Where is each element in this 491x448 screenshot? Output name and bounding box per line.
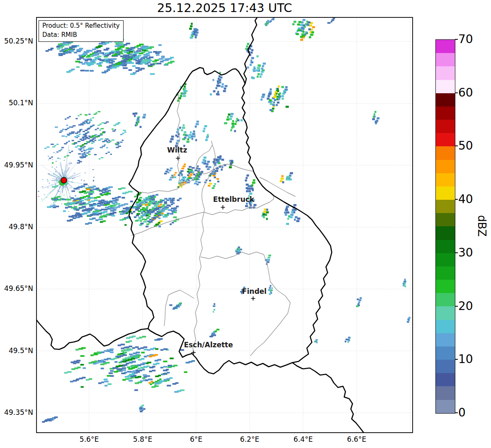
- colorbar-tick-label: 70: [458, 34, 473, 45]
- colorbar-segment: [436, 146, 455, 160]
- colorbar-segment: [436, 120, 455, 133]
- colorbar-tick-label: 30: [458, 247, 473, 259]
- colorbar-tick-mark: [455, 412, 458, 413]
- district-border: [164, 290, 194, 326]
- colorbar-segment: [436, 133, 455, 146]
- colorbar-tick-mark: [455, 306, 458, 307]
- colorbar-tick-mark: [455, 39, 458, 40]
- colorbar-segment: [436, 253, 455, 266]
- colorbar-segment: [436, 93, 455, 107]
- district-border: [201, 252, 270, 282]
- colorbar-segment: [436, 213, 455, 226]
- colorbar-tick-mark: [455, 92, 458, 93]
- colorbar-segment: [436, 40, 455, 53]
- y-tick-label: 50.1°N: [0, 99, 33, 107]
- product-info-box: Product: 0.5° Reflectivity Data: RMIB: [39, 20, 124, 42]
- x-tick-label: 6.6°E: [338, 435, 375, 443]
- x-tick-label: 5.6°E: [70, 435, 108, 443]
- colorbar-segment: [436, 53, 455, 66]
- colorbar-segment: [436, 173, 455, 186]
- colorbar-tick-mark: [455, 145, 458, 146]
- colorbar-tick-label: 60: [458, 87, 473, 99]
- city-marker: [221, 205, 225, 209]
- colorbar-segment: [436, 160, 455, 173]
- y-tick-label: 49.95°N: [0, 161, 33, 169]
- colorbar-tick-mark: [455, 359, 458, 360]
- belgium-france-border: [36, 320, 148, 349]
- district-border: [193, 212, 204, 353]
- colorbar-segment: [436, 360, 455, 373]
- data-source-line: Data: RMIB: [42, 31, 120, 40]
- y-tick-label: 50.25°N: [0, 37, 33, 45]
- colorbar-tick-label: 0: [458, 407, 466, 419]
- colorbar-unit-label: dBZ: [476, 215, 488, 237]
- x-tick-label: 6.4°E: [284, 435, 322, 443]
- colorbar-tick-label: 10: [458, 354, 473, 365]
- colorbar-segment: [436, 306, 455, 320]
- colorbar-segment: [436, 226, 455, 240]
- city-label: Esch/Alzette: [184, 341, 233, 349]
- map-frame: [36, 17, 413, 433]
- x-tick-label: 5.8°E: [124, 435, 161, 443]
- colorbar-segment: [436, 266, 455, 280]
- colorbar-segment: [436, 107, 455, 120]
- colorbar-segment: [436, 373, 455, 386]
- colorbar-segment: [436, 293, 455, 306]
- colorbar-segment: [436, 280, 455, 293]
- radar-figure: 25.12.2025 17:43 UTC WiltzEttelbruckFind…: [0, 0, 491, 448]
- colorbar-segment: [436, 186, 455, 200]
- colorbar-tick-label: 40: [458, 194, 473, 205]
- graticule-gridlines: [36, 17, 413, 433]
- colorbar-tick-mark: [455, 199, 458, 200]
- colorbar-segment: [436, 200, 455, 213]
- colorbar-segment: [436, 240, 455, 253]
- colorbar-segment: [436, 400, 455, 413]
- colorbar-segment: [436, 386, 455, 400]
- colorbar-segment: [436, 66, 455, 80]
- y-tick-label: 49.35°N: [0, 408, 33, 417]
- colorbar-tick-label: 50: [458, 140, 473, 152]
- x-tick-label: 6°E: [177, 435, 215, 443]
- colorbar-segment: [436, 80, 455, 93]
- colorbar-segment: [436, 320, 455, 333]
- city-label: Ettelbruck: [213, 195, 255, 203]
- city-label: Wiltz: [167, 146, 187, 154]
- y-tick-label: 49.5°N: [0, 346, 33, 355]
- colorbar-tick-label: 20: [458, 300, 473, 312]
- colorbar-segment: [436, 346, 455, 360]
- y-tick-label: 49.8°N: [0, 223, 33, 231]
- city-marker: [251, 296, 255, 300]
- radar-map: WiltzEttelbruckFindelEsch/Alzette: [0, 0, 491, 448]
- belgium-germany-border: [244, 17, 257, 84]
- colorbar: [435, 39, 455, 414]
- y-tick-label: 49.65°N: [0, 284, 33, 293]
- colorbar-tick-mark: [455, 252, 458, 253]
- city-label: Findel: [242, 287, 267, 295]
- colorbar-segment: [436, 333, 455, 346]
- product-line: Product: 0.5° Reflectivity: [42, 22, 120, 31]
- city-labels: WiltzEttelbruckFindelEsch/Alzette: [167, 146, 267, 355]
- x-tick-label: 6.2°E: [231, 435, 268, 443]
